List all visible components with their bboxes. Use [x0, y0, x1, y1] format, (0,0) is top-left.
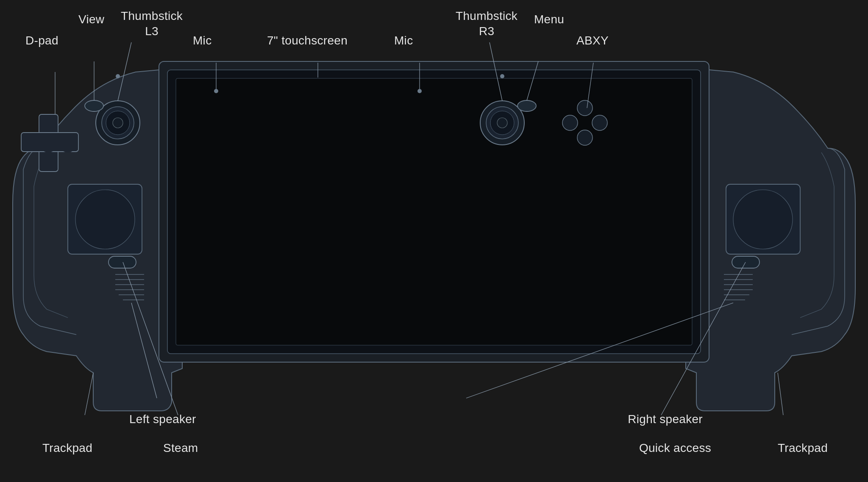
- svg-point-23: [214, 89, 218, 93]
- label-right-speaker: Right speaker: [628, 412, 703, 427]
- svg-point-29: [500, 74, 504, 78]
- svg-point-24: [417, 89, 422, 93]
- label-thumbstick-l3: Thumbstick L3: [121, 8, 183, 39]
- svg-point-7: [58, 134, 77, 152]
- label-view: View: [78, 12, 104, 27]
- label-dpad: D-pad: [25, 33, 58, 48]
- svg-point-34: [592, 115, 607, 130]
- svg-point-11: [113, 118, 123, 128]
- label-trackpad-left: Trackpad: [42, 440, 92, 456]
- label-mic-right: Mic: [394, 33, 413, 48]
- svg-point-28: [497, 118, 507, 128]
- label-trackpad-right: Trackpad: [778, 440, 828, 456]
- svg-point-30: [517, 100, 536, 111]
- svg-point-15: [75, 190, 135, 249]
- svg-point-6: [39, 134, 58, 152]
- svg-point-13: [85, 100, 103, 111]
- label-thumbstick-r3: Thumbstick R3: [456, 8, 517, 39]
- svg-point-32: [577, 130, 593, 145]
- label-menu: Menu: [534, 12, 564, 27]
- svg-rect-37: [732, 256, 760, 268]
- svg-point-12: [116, 74, 120, 78]
- diagram-container: D-pad View Thumbstick L3 Mic 7" touchscr…: [0, 0, 868, 482]
- label-touchscreen: 7" touchscreen: [267, 33, 348, 48]
- svg-point-31: [577, 100, 593, 116]
- label-mic-left: Mic: [193, 33, 211, 48]
- svg-point-36: [733, 190, 793, 249]
- label-left-speaker: Left speaker: [129, 412, 196, 427]
- svg-point-33: [562, 115, 578, 130]
- label-steam: Steam: [163, 440, 198, 456]
- svg-rect-16: [108, 256, 136, 268]
- label-quick-access: Quick access: [639, 440, 711, 456]
- label-abxy: ABXY: [576, 33, 609, 48]
- svg-rect-3: [176, 78, 692, 345]
